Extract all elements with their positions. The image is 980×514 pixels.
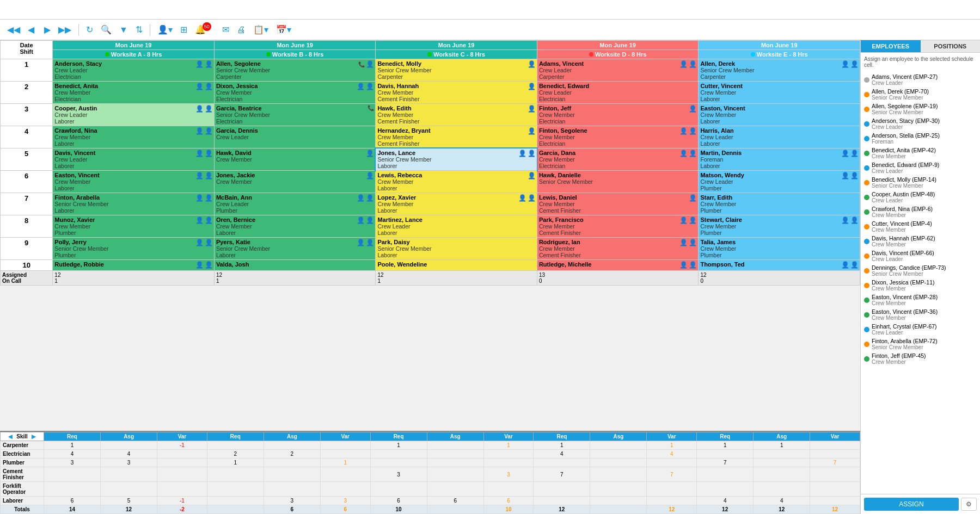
- skill-name: Cement Finisher: [1, 467, 44, 482]
- next-week-button[interactable]: ▶▶: [56, 23, 74, 36]
- cell-r3-c1[interactable]: 📞Garcia, BeatriceSenior Crew MemberElect…: [214, 104, 376, 126]
- cell-r7-c2[interactable]: 👤👤Lopez, XavierCrew MemberLaborer: [376, 193, 537, 215]
- emp-list-name: Crawford, Nina (EMP-6): [872, 206, 933, 212]
- cell-r6-c4[interactable]: 👤👤Matson, WendyCrew LeaderPlumber: [699, 171, 860, 193]
- email-button[interactable]: ✉: [219, 23, 232, 36]
- emp-list-item[interactable]: Anderson, Stacy (EMP-30)Crew Leader: [864, 116, 977, 131]
- cell-r5-c4[interactable]: 👤👤Martin, DennisForemanLaborer: [699, 148, 860, 171]
- cell-r6-c1[interactable]: 👤Jones, JackieCrew Member: [214, 171, 376, 193]
- emp-list-item[interactable]: Cooper, Austin (EMP-48)Crew Leader: [864, 190, 977, 205]
- cell-r2-c2[interactable]: 👤Davis, HannahCrew MemberCement Finisher: [376, 82, 537, 104]
- cell-r6-c2[interactable]: 👤Lewis, RebeccaCrew MemberLaborer: [376, 171, 537, 193]
- cell-r1-c0[interactable]: 👤👤Anderson, StacyCrew LeaderElectrician: [53, 59, 215, 82]
- cell-r6-c0[interactable]: 👤👤Easton, VincentCrew MemberLaborer: [53, 171, 215, 193]
- skill-nav-header[interactable]: ◀ Skill ▶: [1, 432, 44, 441]
- total-c-var: 10: [483, 505, 534, 514]
- cell-r4-c0[interactable]: 👤👤Crawford, NinaCrew MemberLaborer: [53, 126, 215, 148]
- cell-r6-c3[interactable]: Hawk, DanielleSenior Crew Member: [537, 171, 699, 193]
- calendar-button[interactable]: 📅▾: [273, 23, 294, 36]
- cell-r8-c0[interactable]: 👤👤Munoz, XavierCrew MemberPlumber: [53, 215, 215, 238]
- emp-list-item[interactable]: Einhart, Crystal (EMP-67)Crew Leader: [864, 322, 977, 337]
- cell-r5-c2[interactable]: 👤👤Jones, LanceSenior Crew MemberLaborer: [376, 148, 537, 171]
- cell-r8-c1[interactable]: 👤👤Oren, BerniceCrew MemberLaborer: [214, 215, 376, 238]
- cell-r9-c2[interactable]: Park, DaisySenior Crew MemberLaborer: [376, 238, 537, 260]
- cell-r1-c4[interactable]: 👤👤Allen, DerekSenior Crew MemberCarpente…: [699, 59, 860, 82]
- cell-r4-c2[interactable]: 👤Hernandez, BryantCrew MemberCement Fini…: [376, 126, 537, 148]
- cell-r2-c4[interactable]: Cutter, VincentCrew MemberLaborer: [699, 82, 860, 104]
- blue-person-icon: 👤: [205, 150, 213, 157]
- cell-r10-c4[interactable]: 👤👤Thompson, Ted: [699, 260, 860, 271]
- cell-r4-c4[interactable]: Harris, AlanCrew LeaderLaborer: [699, 126, 860, 148]
- employees-tab[interactable]: EMPLOYEES: [861, 40, 921, 52]
- view-toggle-button[interactable]: 👤▾: [155, 23, 175, 36]
- gear-button[interactable]: ⚙: [961, 498, 977, 511]
- emp-list-item[interactable]: Benedict, Anita (EMP-42)Crew Member: [864, 146, 977, 160]
- emp-trade: Laborer: [700, 96, 858, 102]
- emp-list-info: Cutter, Vincent (EMP-4)Crew Member: [872, 220, 932, 233]
- cell-r1-c3[interactable]: 👤👤Adams, VincentCrew LeaderCarpenter: [537, 59, 699, 82]
- clipboard-button[interactable]: 📋▾: [250, 23, 271, 36]
- print-button[interactable]: 🖨: [234, 23, 248, 36]
- emp-list-item[interactable]: Easton, Vincent (EMP-28)Crew Member: [864, 293, 977, 307]
- emp-list-item[interactable]: Anderson, Stella (EMP-25)Foreman: [864, 131, 977, 146]
- emp-list-item[interactable]: Cutter, Vincent (EMP-4)Crew Member: [864, 219, 977, 234]
- emp-list-item[interactable]: Allen, Derek (EMP-70)Senior Crew Member: [864, 87, 977, 102]
- prev-day-button[interactable]: ◀: [25, 23, 37, 36]
- cell-r3-c4[interactable]: Easton, VincentCrew MemberLaborer: [699, 104, 860, 126]
- emp-list-item[interactable]: Easton, Vincent (EMP-36)Crew Member: [864, 307, 977, 322]
- cell-r8-c2[interactable]: Martinez, LanceCrew LeaderLaborer: [376, 215, 537, 238]
- cell-r2-c1[interactable]: 👤👤Dixon, JessicaCrew MemberElectrician: [214, 82, 376, 104]
- emp-list-item[interactable]: Davis, Hannah (EMP-62)Crew Member: [864, 234, 977, 249]
- emp-list-item[interactable]: Benedict, Edward (EMP-9)Crew Leader: [864, 160, 977, 175]
- emp-list-item[interactable]: Davis, Vincent (EMP-66)Crew Leader: [864, 249, 977, 263]
- cell-r9-c1[interactable]: 👤👤Pyers, KatieSenior Crew MemberLaborer: [214, 238, 376, 260]
- cell-r8-c3[interactable]: 👤👤Park, FranciscoCrew MemberCement Finis…: [537, 215, 699, 238]
- filter-button[interactable]: 🔍: [98, 23, 114, 36]
- cell-r8-c4[interactable]: 👤👤Stewart, ClaireCrew MemberPlumber: [699, 215, 860, 238]
- cell-r10-c1[interactable]: Valda, Josh: [214, 260, 376, 271]
- positions-tab[interactable]: POSITIONS: [921, 40, 981, 52]
- assign-button[interactable]: ASSIGN: [864, 498, 959, 511]
- emp-list-info: Einhart, Crystal (EMP-67)Crew Leader: [872, 323, 937, 336]
- emp-list-item[interactable]: Dennings, Candice (EMP-73)Senior Crew Me…: [864, 263, 977, 278]
- cell-r5-c0[interactable]: 👤👤Davis, VincentCrew LeaderLaborer: [53, 148, 215, 171]
- emp-list-item[interactable]: Finton, Arabella (EMP-72)Senior Crew Mem…: [864, 337, 977, 351]
- cell-r9-c0[interactable]: 👤👤Polly, JerrySenior Crew MemberPlumber: [53, 238, 215, 260]
- emp-list-item[interactable]: Dixon, Jessica (EMP-11)Crew Member: [864, 278, 977, 293]
- skill-next[interactable]: ▶: [29, 434, 38, 439]
- cell-r7-c1[interactable]: 👤👤McBain, AnnCrew LeaderPlumber: [214, 193, 376, 215]
- cell-r7-c4[interactable]: Starr, EdithCrew MemberPlumber: [699, 193, 860, 215]
- cell-r4-c3[interactable]: 👤👤Finton, SegoleneCrew MemberElectrician: [537, 126, 699, 148]
- cell-r5-c1[interactable]: 👤Hawk, DavidCrew Member: [214, 148, 376, 171]
- prev-week-button[interactable]: ◀◀: [4, 23, 23, 36]
- funnel-button[interactable]: ▼: [117, 23, 131, 36]
- cell-r2-c0[interactable]: 👤👤Benedict, AnitaCrew MemberElectrician: [53, 82, 215, 104]
- cell-r4-c1[interactable]: Garcia, DennisCrew Leader: [214, 126, 376, 148]
- cell-r5-c3[interactable]: 👤👤Garcia, DanaCrew MemberElectrician: [537, 148, 699, 171]
- cell-r7-c0[interactable]: 👤👤Finton, ArabellaSenior Crew MemberLabo…: [53, 193, 215, 215]
- emp-list-item[interactable]: Finton, Jeff (EMP-45)Crew Member: [864, 351, 977, 366]
- cell-r10-c0[interactable]: 👤👤Rutledge, Robbie: [53, 260, 215, 271]
- cell-r3-c0[interactable]: 👤👤Cooper, AustinCrew LeaderLaborer: [53, 104, 215, 126]
- cell-r3-c2[interactable]: 👤Hawk, EdithCrew MemberCement Finisher: [376, 104, 537, 126]
- next-day-button[interactable]: ▶: [41, 23, 53, 36]
- cell-r1-c2[interactable]: 👤Benedict, MollySenior Crew MemberCarpen…: [376, 59, 537, 82]
- sort-button[interactable]: ⇅: [133, 23, 145, 36]
- skill-prev[interactable]: ◀: [6, 434, 15, 439]
- emp-list-item[interactable]: Adams, Vincent (EMP-27)Crew Leader: [864, 72, 977, 87]
- emp-list-item[interactable]: Allen, Segolene (EMP-19)Senior Crew Memb…: [864, 102, 977, 116]
- cell-r1-c1[interactable]: 📞👤Allen, SegoleneSenior Crew MemberCarpe…: [214, 59, 376, 82]
- ws-e-req: Req: [697, 432, 754, 441]
- grid-view-button[interactable]: ⊞: [177, 23, 190, 36]
- cell-r9-c4[interactable]: Talia, JamesCrew MemberPlumber: [699, 238, 860, 260]
- refresh-button[interactable]: ↻: [83, 23, 96, 36]
- cell-r3-c3[interactable]: 👤Finton, JeffCrew MemberElectrician: [537, 104, 699, 126]
- notify-button[interactable]: 🔔50: [192, 23, 217, 36]
- cell-r2-c3[interactable]: Benedict, EdwardCrew LeaderElectrician: [537, 82, 699, 104]
- cell-r9-c3[interactable]: 👤👤Rodriguez, IanCrew MemberCement Finish…: [537, 238, 699, 260]
- cell-r10-c2[interactable]: Poole, Wendeline: [376, 260, 537, 271]
- emp-list-item[interactable]: Crawford, Nina (EMP-6)Crew Member: [864, 205, 977, 219]
- emp-list-item[interactable]: Benedict, Molly (EMP-14)Senior Crew Memb…: [864, 175, 977, 190]
- cell-r7-c3[interactable]: 👤Lewis, DanielCrew MemberCement Finisher: [537, 193, 699, 215]
- cell-r10-c3[interactable]: 👤👤Rutledge, Michelle: [537, 260, 699, 271]
